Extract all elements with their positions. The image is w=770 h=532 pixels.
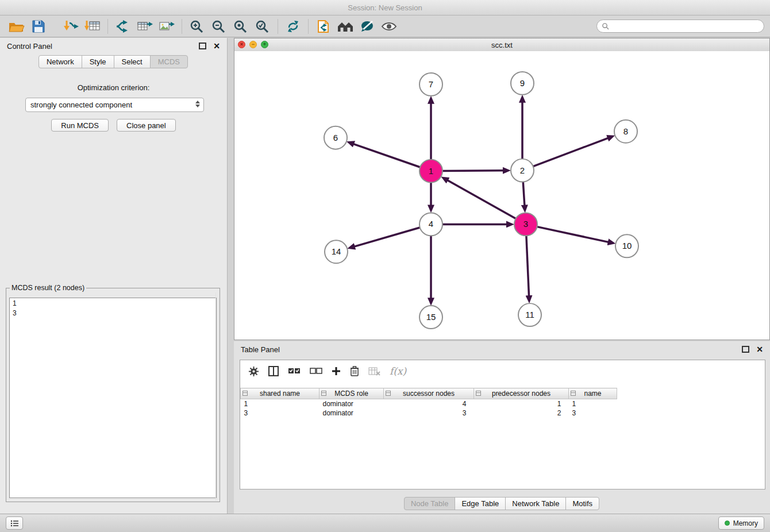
tab-network-table[interactable]: Network Table <box>505 497 566 510</box>
result-scrollbar <box>215 292 216 501</box>
search-box[interactable] <box>596 20 764 33</box>
close-panel-button[interactable]: Close panel <box>117 119 176 132</box>
edge-1-6[interactable] <box>353 144 420 167</box>
svg-text:6: 6 <box>333 133 338 142</box>
window-controls: × − + <box>238 41 268 48</box>
show-hide-button[interactable] <box>378 17 400 36</box>
zoom-out-button[interactable] <box>208 17 230 36</box>
column-header-name[interactable]: name <box>569 388 617 399</box>
column-header-predecessor-nodes[interactable]: predecessor nodes <box>474 388 569 399</box>
edge-1-2[interactable] <box>442 171 503 171</box>
new-column-button[interactable] <box>332 367 341 376</box>
run-mcds-button[interactable]: Run MCDS <box>51 119 109 132</box>
mcds-result-title: MCDS result (2 nodes) <box>10 284 86 292</box>
column-header-MCDS-role[interactable]: MCDS role <box>319 388 384 399</box>
zoom-selected-button[interactable] <box>252 17 274 36</box>
svg-text:2: 2 <box>520 165 525 175</box>
delete-column-button[interactable] <box>350 366 359 376</box>
optimization-dropdown[interactable]: strongly connected component <box>25 98 204 112</box>
zoom-fit-button[interactable] <box>230 17 252 36</box>
edge-2-8[interactable] <box>533 138 608 166</box>
svg-text:1: 1 <box>429 166 433 176</box>
node-8[interactable]: 8 <box>614 120 637 143</box>
column-header-successor-nodes[interactable]: successor nodes <box>384 388 474 399</box>
apply-style-button[interactable] <box>356 17 378 36</box>
node-2[interactable]: 2 <box>511 159 534 182</box>
toolbar-separator <box>107 19 108 34</box>
select-all-button[interactable] <box>288 367 301 376</box>
zoom-in-button[interactable] <box>186 17 208 36</box>
network-window: × − + scc.txt 1234678910111415 <box>234 38 770 340</box>
home-button[interactable] <box>334 17 356 36</box>
delete-table-icon <box>368 367 380 376</box>
zoom-in-icon <box>190 20 205 33</box>
tab-select[interactable]: Select <box>114 55 151 68</box>
window-title: Session: New Session <box>348 3 422 12</box>
checked-boxes-icon <box>288 367 301 376</box>
node-14[interactable]: 14 <box>325 240 348 263</box>
mcds-buttons-row: Run MCDS Close panel <box>0 119 227 132</box>
share-network-icon <box>115 20 131 33</box>
delete-table-button[interactable] <box>368 367 380 376</box>
zoom-fit-icon <box>233 20 248 33</box>
node-7[interactable]: 7 <box>419 73 442 96</box>
tab-style[interactable]: Style <box>82 55 114 68</box>
edge-3-10[interactable] <box>537 227 609 242</box>
node-15[interactable]: 15 <box>419 306 442 329</box>
node-6[interactable]: 6 <box>324 126 347 149</box>
edge-4-14[interactable] <box>355 228 420 246</box>
close-window-icon[interactable]: × <box>238 41 245 48</box>
table-mode-button[interactable] <box>248 366 259 377</box>
result-line: 1 <box>13 299 213 309</box>
table-panel-header: Table Panel ✕ <box>234 341 770 357</box>
status-list-button[interactable] <box>6 516 23 530</box>
node-3[interactable]: 3 <box>514 213 537 236</box>
zoom-window-icon[interactable]: + <box>261 41 268 48</box>
zoom-selected-icon <box>255 20 270 33</box>
node-9[interactable]: 9 <box>511 72 534 95</box>
import-network-button[interactable] <box>60 17 82 36</box>
save-session-button[interactable] <box>28 17 49 36</box>
node-11[interactable]: 11 <box>518 303 541 326</box>
export-image-button[interactable] <box>156 17 178 36</box>
close-table-panel-icon[interactable]: ✕ <box>756 345 763 353</box>
memory-button[interactable]: Memory <box>718 516 764 530</box>
table-row[interactable]: 3dominator323 <box>241 408 765 418</box>
application-window: Session: New Session <box>0 0 770 532</box>
import-table-button[interactable] <box>82 17 103 36</box>
tab-edge-table[interactable]: Edge Table <box>455 497 506 510</box>
table-body: 1dominator4113dominator323 <box>241 399 765 418</box>
new-network-from-selection-button[interactable] <box>313 17 334 36</box>
show-columns-button[interactable] <box>268 366 279 376</box>
new-table-button[interactable] <box>134 17 156 36</box>
edge-3-11[interactable] <box>526 236 529 296</box>
tab-mcds[interactable]: MCDS <box>150 55 188 68</box>
network-canvas[interactable]: 1234678910111415 <box>234 51 769 340</box>
new-network-button[interactable] <box>112 17 134 36</box>
node-10[interactable]: 10 <box>615 234 638 257</box>
column-header-shared-name[interactable]: shared name <box>241 388 319 399</box>
deselect-all-button[interactable] <box>310 367 322 376</box>
float-table-panel-icon[interactable] <box>742 346 749 353</box>
node-1[interactable]: 1 <box>419 160 442 183</box>
table-row[interactable]: 1dominator411 <box>241 399 765 409</box>
svg-text:10: 10 <box>622 241 632 250</box>
control-panel-tabs: NetworkStyleSelectMCDS <box>0 55 227 68</box>
open-file-button[interactable] <box>6 17 28 36</box>
edge-3-1[interactable] <box>448 180 516 219</box>
tab-node-table[interactable]: Node Table <box>404 497 456 510</box>
float-panel-icon[interactable] <box>199 43 206 49</box>
tab-network[interactable]: Network <box>38 55 82 68</box>
close-panel-icon[interactable]: ✕ <box>213 42 220 50</box>
minimize-window-icon[interactable]: − <box>249 41 257 48</box>
refresh-button[interactable] <box>282 17 304 36</box>
svg-text:7: 7 <box>429 79 433 89</box>
floppy-disk-icon <box>32 20 45 33</box>
tab-motifs[interactable]: Motifs <box>565 497 599 510</box>
edge-2-3[interactable] <box>523 182 525 206</box>
node-4[interactable]: 4 <box>419 213 442 236</box>
memory-label: Memory <box>733 519 758 527</box>
search-input[interactable] <box>612 22 759 31</box>
function-builder-button[interactable]: f(x) <box>390 365 406 377</box>
toolbar-separator <box>278 19 278 34</box>
